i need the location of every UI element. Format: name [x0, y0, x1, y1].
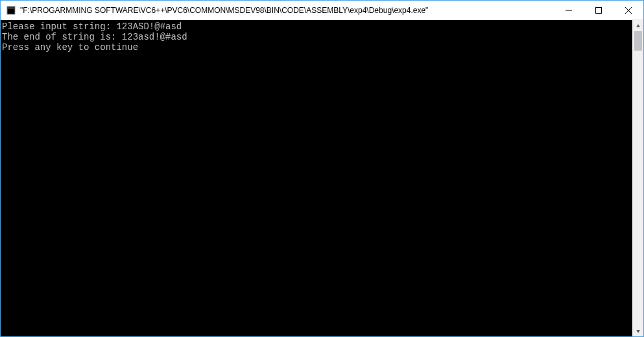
app-icon — [6, 5, 16, 16]
svg-marker-6 — [636, 24, 640, 27]
window-title: "F:\PROGARMMING SOFTWARE\VC6++\PVC6\COMM… — [20, 6, 554, 15]
scroll-up-arrow[interactable] — [633, 20, 643, 31]
svg-rect-3 — [596, 7, 602, 13]
console-area: Please input string: 123ASD!@#asdThe end… — [1, 20, 643, 336]
console-line: The end of string is: 123asd!@#asd — [2, 32, 631, 42]
scroll-track[interactable] — [633, 31, 643, 325]
console-output[interactable]: Please input string: 123ASD!@#asdThe end… — [1, 20, 632, 336]
console-line: Please input string: 123ASD!@#asd — [2, 21, 631, 32]
svg-marker-7 — [636, 330, 640, 333]
svg-rect-1 — [8, 7, 14, 9]
close-button[interactable] — [614, 1, 643, 19]
console-window: "F:\PROGARMMING SOFTWARE\VC6++\PVC6\COMM… — [0, 0, 644, 337]
vertical-scrollbar[interactable] — [632, 20, 643, 336]
console-line: Press any key to continue — [2, 42, 631, 53]
titlebar[interactable]: "F:\PROGARMMING SOFTWARE\VC6++\PVC6\COMM… — [1, 1, 643, 20]
maximize-button[interactable] — [584, 1, 614, 19]
scroll-down-arrow[interactable] — [633, 325, 643, 336]
window-controls — [554, 1, 643, 19]
minimize-button[interactable] — [554, 1, 584, 19]
scroll-thumb[interactable] — [634, 31, 642, 51]
